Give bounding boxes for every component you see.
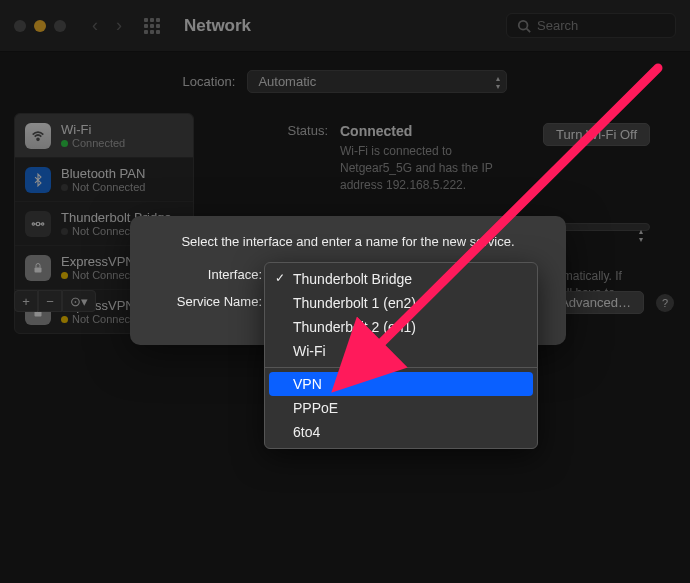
dropdown-option-vpn[interactable]: VPN — [269, 372, 533, 396]
dialog-message: Select the interface and enter a name fo… — [146, 234, 550, 249]
dropdown-option[interactable]: PPPoE — [265, 396, 537, 420]
dropdown-option[interactable]: 6to4 — [265, 420, 537, 444]
interface-dropdown: Thunderbolt Bridge Thunderbolt 1 (en2) T… — [264, 262, 538, 449]
dropdown-option[interactable]: Wi-Fi — [265, 339, 537, 363]
interface-label: Interface: — [146, 267, 272, 282]
dropdown-option[interactable]: Thunderbolt 2 (en1) — [265, 315, 537, 339]
dropdown-option[interactable]: Thunderbolt Bridge — [265, 267, 537, 291]
dropdown-option[interactable]: Thunderbolt 1 (en2) — [265, 291, 537, 315]
service-name-label: Service Name: — [146, 294, 272, 309]
